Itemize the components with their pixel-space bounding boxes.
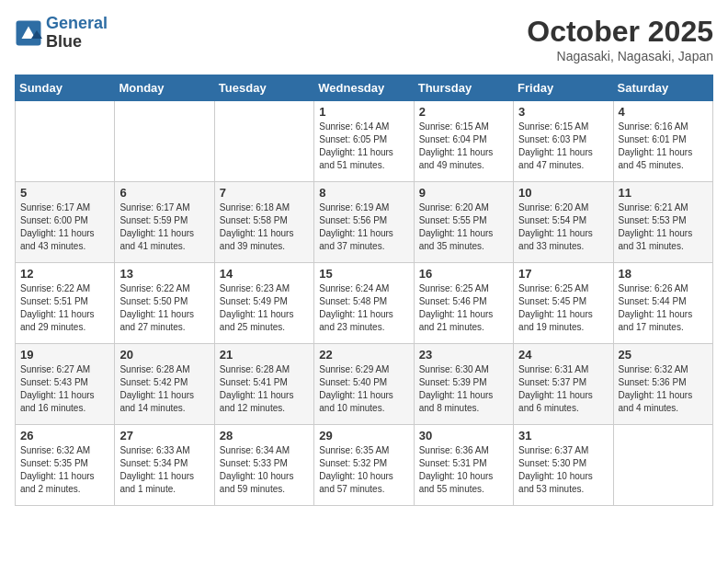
- day-info: Sunrise: 6:26 AM Sunset: 5:44 PM Dayligh…: [619, 282, 708, 334]
- logo-icon: [15, 19, 42, 47]
- calendar-cell: 20Sunrise: 6:28 AM Sunset: 5:42 PM Dayli…: [115, 344, 214, 425]
- week-row-2: 5Sunrise: 6:17 AM Sunset: 6:00 PM Daylig…: [16, 182, 713, 263]
- day-info: Sunrise: 6:19 AM Sunset: 5:56 PM Dayligh…: [319, 201, 408, 253]
- day-info: Sunrise: 6:28 AM Sunset: 5:41 PM Dayligh…: [220, 363, 309, 415]
- day-number: 18: [619, 267, 708, 281]
- calendar-cell: 8Sunrise: 6:19 AM Sunset: 5:56 PM Daylig…: [314, 182, 414, 263]
- day-header-friday: Friday: [514, 75, 613, 101]
- calendar-cell: 13Sunrise: 6:22 AM Sunset: 5:50 PM Dayli…: [115, 263, 214, 344]
- day-info: Sunrise: 6:15 AM Sunset: 6:04 PM Dayligh…: [419, 121, 508, 172]
- day-info: Sunrise: 6:24 AM Sunset: 5:48 PM Dayligh…: [319, 282, 408, 334]
- calendar-cell: 27Sunrise: 6:33 AM Sunset: 5:34 PM Dayli…: [115, 425, 214, 506]
- calendar-cell: 25Sunrise: 6:32 AM Sunset: 5:36 PM Dayli…: [613, 344, 712, 425]
- day-number: 6: [119, 186, 209, 200]
- day-info: Sunrise: 6:36 AM Sunset: 5:31 PM Dayligh…: [419, 444, 508, 496]
- day-info: Sunrise: 6:23 AM Sunset: 5:49 PM Dayligh…: [220, 282, 309, 334]
- day-number: 2: [419, 105, 508, 119]
- day-number: 22: [319, 348, 408, 362]
- calendar-cell: 3Sunrise: 6:15 AM Sunset: 6:03 PM Daylig…: [514, 101, 613, 182]
- calendar-cell: 9Sunrise: 6:20 AM Sunset: 5:55 PM Daylig…: [414, 182, 513, 263]
- day-info: Sunrise: 6:29 AM Sunset: 5:40 PM Dayligh…: [319, 363, 408, 415]
- calendar-table: SundayMondayTuesdayWednesdayThursdayFrid…: [15, 75, 713, 506]
- calendar-cell: 31Sunrise: 6:37 AM Sunset: 5:30 PM Dayli…: [514, 425, 613, 506]
- day-number: 23: [419, 348, 508, 362]
- calendar-cell: 7Sunrise: 6:18 AM Sunset: 5:58 PM Daylig…: [214, 182, 313, 263]
- calendar-cell: 2Sunrise: 6:15 AM Sunset: 6:04 PM Daylig…: [414, 101, 513, 182]
- day-number: 12: [20, 267, 109, 281]
- day-info: Sunrise: 6:37 AM Sunset: 5:30 PM Dayligh…: [518, 444, 608, 496]
- day-number: 13: [119, 267, 209, 281]
- calendar-cell: 12Sunrise: 6:22 AM Sunset: 5:51 PM Dayli…: [16, 263, 115, 344]
- logo-line2: Blue: [46, 33, 108, 52]
- day-info: Sunrise: 6:17 AM Sunset: 6:00 PM Dayligh…: [20, 201, 109, 253]
- day-info: Sunrise: 6:34 AM Sunset: 5:33 PM Dayligh…: [220, 444, 309, 496]
- calendar-cell: [613, 425, 712, 506]
- calendar-cell: 19Sunrise: 6:27 AM Sunset: 5:43 PM Dayli…: [16, 344, 115, 425]
- day-info: Sunrise: 6:20 AM Sunset: 5:54 PM Dayligh…: [518, 201, 608, 253]
- calendar-cell: 17Sunrise: 6:25 AM Sunset: 5:45 PM Dayli…: [514, 263, 613, 344]
- day-info: Sunrise: 6:30 AM Sunset: 5:39 PM Dayligh…: [419, 363, 508, 415]
- calendar-cell: 30Sunrise: 6:36 AM Sunset: 5:31 PM Dayli…: [414, 425, 513, 506]
- day-info: Sunrise: 6:32 AM Sunset: 5:35 PM Dayligh…: [20, 444, 109, 496]
- calendar-cell: 1Sunrise: 6:14 AM Sunset: 6:05 PM Daylig…: [314, 101, 414, 182]
- day-info: Sunrise: 6:27 AM Sunset: 5:43 PM Dayligh…: [20, 363, 109, 415]
- day-header-tuesday: Tuesday: [214, 75, 313, 101]
- day-info: Sunrise: 6:20 AM Sunset: 5:55 PM Dayligh…: [419, 201, 508, 253]
- title-block: October 2025 Nagasaki, Nagasaki, Japan: [527, 15, 713, 63]
- day-number: 8: [319, 186, 408, 200]
- header-row: SundayMondayTuesdayWednesdayThursdayFrid…: [16, 75, 713, 101]
- week-row-4: 19Sunrise: 6:27 AM Sunset: 5:43 PM Dayli…: [16, 344, 713, 425]
- calendar-cell: 5Sunrise: 6:17 AM Sunset: 6:00 PM Daylig…: [16, 182, 115, 263]
- calendar-cell: 6Sunrise: 6:17 AM Sunset: 5:59 PM Daylig…: [115, 182, 214, 263]
- day-number: 24: [518, 348, 608, 362]
- calendar-cell: 14Sunrise: 6:23 AM Sunset: 5:49 PM Dayli…: [214, 263, 313, 344]
- calendar-cell: 4Sunrise: 6:16 AM Sunset: 6:01 PM Daylig…: [613, 101, 712, 182]
- day-header-monday: Monday: [115, 75, 214, 101]
- day-number: 9: [419, 186, 508, 200]
- location: Nagasaki, Nagasaki, Japan: [527, 49, 713, 63]
- day-info: Sunrise: 6:25 AM Sunset: 5:46 PM Dayligh…: [419, 282, 508, 334]
- day-number: 21: [220, 348, 309, 362]
- week-row-3: 12Sunrise: 6:22 AM Sunset: 5:51 PM Dayli…: [16, 263, 713, 344]
- day-number: 29: [319, 429, 408, 442]
- calendar-cell: 10Sunrise: 6:20 AM Sunset: 5:54 PM Dayli…: [514, 182, 613, 263]
- day-header-sunday: Sunday: [16, 75, 115, 101]
- day-number: 11: [619, 186, 708, 200]
- calendar-cell: [16, 101, 115, 182]
- calendar-cell: 16Sunrise: 6:25 AM Sunset: 5:46 PM Dayli…: [414, 263, 513, 344]
- month-title: October 2025: [527, 15, 713, 49]
- day-info: Sunrise: 6:16 AM Sunset: 6:01 PM Dayligh…: [619, 121, 708, 172]
- calendar-cell: [214, 101, 313, 182]
- day-header-wednesday: Wednesday: [314, 75, 414, 101]
- day-info: Sunrise: 6:18 AM Sunset: 5:58 PM Dayligh…: [220, 201, 309, 253]
- day-info: Sunrise: 6:28 AM Sunset: 5:42 PM Dayligh…: [119, 363, 209, 415]
- day-number: 27: [119, 429, 209, 442]
- calendar-cell: 11Sunrise: 6:21 AM Sunset: 5:53 PM Dayli…: [613, 182, 712, 263]
- calendar-cell: 26Sunrise: 6:32 AM Sunset: 5:35 PM Dayli…: [16, 425, 115, 506]
- calendar-cell: 24Sunrise: 6:31 AM Sunset: 5:37 PM Dayli…: [514, 344, 613, 425]
- day-number: 16: [419, 267, 508, 281]
- day-info: Sunrise: 6:32 AM Sunset: 5:36 PM Dayligh…: [619, 363, 708, 415]
- day-info: Sunrise: 6:22 AM Sunset: 5:51 PM Dayligh…: [20, 282, 109, 334]
- calendar-cell: 15Sunrise: 6:24 AM Sunset: 5:48 PM Dayli…: [314, 263, 414, 344]
- day-number: 25: [619, 348, 708, 362]
- day-number: 3: [518, 105, 608, 119]
- day-number: 19: [20, 348, 109, 362]
- day-number: 20: [119, 348, 209, 362]
- calendar-cell: 21Sunrise: 6:28 AM Sunset: 5:41 PM Dayli…: [214, 344, 313, 425]
- calendar-cell: 28Sunrise: 6:34 AM Sunset: 5:33 PM Dayli…: [214, 425, 313, 506]
- day-number: 30: [419, 429, 508, 442]
- week-row-5: 26Sunrise: 6:32 AM Sunset: 5:35 PM Dayli…: [16, 425, 713, 506]
- day-number: 28: [220, 429, 309, 442]
- day-number: 7: [220, 186, 309, 200]
- calendar-cell: [115, 101, 214, 182]
- calendar-cell: 23Sunrise: 6:30 AM Sunset: 5:39 PM Dayli…: [414, 344, 513, 425]
- day-info: Sunrise: 6:22 AM Sunset: 5:50 PM Dayligh…: [119, 282, 209, 334]
- day-header-thursday: Thursday: [414, 75, 513, 101]
- day-info: Sunrise: 6:15 AM Sunset: 6:03 PM Dayligh…: [518, 121, 608, 172]
- day-number: 15: [319, 267, 408, 281]
- logo-line1: General: [46, 14, 108, 32]
- calendar-cell: 29Sunrise: 6:35 AM Sunset: 5:32 PM Dayli…: [314, 425, 414, 506]
- day-number: 14: [220, 267, 309, 281]
- day-info: Sunrise: 6:31 AM Sunset: 5:37 PM Dayligh…: [518, 363, 608, 415]
